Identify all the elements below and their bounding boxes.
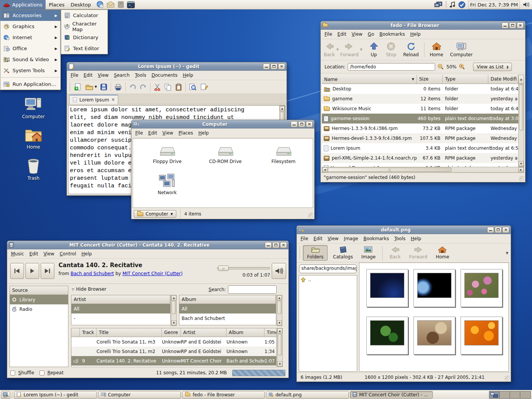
tab-lorem-ipsum[interactable]: Lorem Ipsum ✕ bbox=[69, 95, 118, 104]
close-button[interactable]: × bbox=[306, 121, 313, 127]
menu-item-accessories[interactable]: Accessories▶ bbox=[0, 10, 60, 21]
menu-item-system-tools[interactable]: System Tools▶ bbox=[0, 65, 60, 76]
desktop-icon-home[interactable]: Home bbox=[17, 127, 49, 150]
back-dropdown-arrow[interactable]: ▼ bbox=[336, 48, 339, 51]
home-button[interactable]: Home bbox=[430, 42, 443, 57]
task-computer[interactable]: Computer bbox=[98, 391, 181, 399]
location-input[interactable]: /home/fedo bbox=[348, 63, 435, 71]
menu-tools[interactable]: Tools bbox=[391, 234, 408, 243]
menu-item-sound-video[interactable]: Sound & Video▶ bbox=[0, 54, 60, 65]
thumbnail-fedora-wallpaper[interactable] bbox=[366, 269, 408, 307]
scroll-down-arrow[interactable]: ▼ bbox=[277, 361, 282, 367]
icon-network[interactable]: Network bbox=[148, 174, 186, 195]
terminal-launcher[interactable]: >_ bbox=[127, 1, 135, 8]
folder-tree[interactable]: .. bbox=[299, 275, 357, 372]
task-gedit[interactable]: Lorem Ipsum (~) - gedit bbox=[14, 391, 97, 399]
up-directory-item[interactable]: .. bbox=[301, 277, 355, 282]
menu-image[interactable]: Image bbox=[341, 234, 361, 243]
menu-documents[interactable]: Documents bbox=[149, 71, 180, 79]
album-header[interactable]: Album bbox=[179, 295, 276, 304]
menu-help[interactable]: Help bbox=[79, 250, 94, 258]
copy-button[interactable] bbox=[164, 83, 172, 91]
close-button[interactable]: × bbox=[278, 63, 285, 70]
toolbar-handle[interactable] bbox=[69, 82, 71, 92]
column-track[interactable]: Track bbox=[80, 328, 97, 337]
table-row[interactable]: garnome 12 items folder yesterday a bbox=[322, 94, 518, 104]
icon-filesystem[interactable]: Filesystem bbox=[264, 146, 302, 164]
resize-grip[interactable] bbox=[308, 213, 314, 218]
column-header-date[interactable]: Date Modifi bbox=[488, 75, 518, 84]
task-file-browser[interactable]: fedo - File Browser bbox=[182, 391, 265, 399]
table-row[interactable]: Hermes-devel-1.3.3-9.fc4.i386.rpm 107.5 … bbox=[322, 133, 518, 143]
track-row[interactable]: Corelli Trio Sonata 11, m2 Unknown RP an… bbox=[71, 347, 276, 356]
workspace-2[interactable] bbox=[500, 391, 510, 398]
gedit-titlebar[interactable]: Lorem Ipsum (~) - gedit × bbox=[67, 62, 287, 71]
menu-tools[interactable]: Tools bbox=[132, 71, 149, 79]
source-radio[interactable]: Radio bbox=[10, 304, 68, 314]
thumbnail-green-leaves[interactable] bbox=[366, 317, 408, 355]
column-artist[interactable]: Artist bbox=[181, 328, 226, 337]
menu-item-character-map[interactable]: Character Map bbox=[61, 21, 108, 32]
view-mode-dropdown[interactable]: View as List ▲▼ bbox=[473, 63, 511, 71]
menu-edit[interactable]: Edit bbox=[146, 129, 160, 137]
close-button[interactable]: × bbox=[280, 242, 287, 248]
menu-item-graphics[interactable]: Graphics▶ bbox=[0, 21, 60, 32]
redo-button[interactable] bbox=[139, 83, 147, 91]
column-header-type[interactable]: Type bbox=[443, 75, 488, 84]
minimize-button[interactable] bbox=[502, 22, 508, 28]
scroll-up-arrow[interactable]: ▲ bbox=[280, 106, 285, 111]
workspace-3[interactable] bbox=[510, 391, 520, 398]
file-cabinet-launcher[interactable] bbox=[117, 1, 125, 8]
scroll-right-arrow[interactable]: ▶ bbox=[518, 167, 524, 172]
track-row[interactable]: Corelli Trio Sonata 11, m3 Unknown RP an… bbox=[71, 337, 276, 347]
menu-view[interactable]: View bbox=[349, 30, 365, 38]
cut-button[interactable] bbox=[154, 83, 161, 91]
menu-item-office[interactable]: Office▶ bbox=[0, 43, 60, 54]
menu-view[interactable]: View bbox=[41, 250, 57, 258]
clock[interactable]: Fri Dec 23, 7:39 PM bbox=[468, 1, 520, 9]
table-row[interactable]: Wikisource Music 11 items folder today a… bbox=[322, 104, 518, 114]
menu-help[interactable]: Help bbox=[408, 234, 424, 243]
close-button[interactable]: × bbox=[502, 227, 509, 233]
image-button[interactable]: Image bbox=[358, 245, 379, 260]
zoom-in-icon[interactable] bbox=[459, 63, 466, 70]
table-row[interactable]: Desktop 0 items folder today at 6:4 bbox=[322, 84, 518, 94]
menu-edit[interactable]: Edit bbox=[81, 71, 95, 79]
stop-button[interactable]: Stop bbox=[386, 42, 396, 57]
show-desktop-button[interactable] bbox=[1, 391, 10, 399]
folders-button[interactable]: Folders bbox=[303, 245, 328, 261]
artist-row[interactable]: - bbox=[71, 314, 170, 323]
rhythmbox-titlebar[interactable]: MIT Concert Choir (Cutter) - Cantata 140… bbox=[7, 241, 288, 249]
updates-tray-icon[interactable] bbox=[458, 1, 466, 8]
gthumb-titlebar[interactable]: default.png × bbox=[297, 226, 511, 234]
menu-item-run-application[interactable]: Run Application... bbox=[0, 79, 60, 90]
menu-view[interactable]: View bbox=[160, 129, 176, 137]
applications-menu-button[interactable]: Applications bbox=[0, 0, 46, 10]
scroll-down-arrow[interactable]: ▼ bbox=[171, 320, 176, 326]
thumbnail-orange-flowers[interactable] bbox=[461, 317, 502, 355]
table-row[interactable]: Unsaved Document 1 1.1 KB plain text d y… bbox=[322, 163, 518, 167]
album-row[interactable]: Bach and Schubert bbox=[179, 314, 276, 323]
artist-row-all[interactable]: All bbox=[71, 304, 170, 314]
tab-close-icon[interactable]: ✕ bbox=[111, 97, 115, 102]
menu-view[interactable]: View bbox=[95, 71, 111, 79]
menu-help[interactable]: Help bbox=[196, 129, 211, 137]
workspace-4[interactable] bbox=[520, 391, 530, 398]
table-row-selected[interactable]: garnome-session 460 bytes plain text doc… bbox=[322, 114, 518, 124]
minimize-button[interactable] bbox=[291, 121, 298, 127]
menu-file[interactable]: File bbox=[133, 129, 146, 137]
zoom-out-icon[interactable] bbox=[437, 63, 444, 70]
menu-view[interactable]: View bbox=[325, 234, 341, 243]
column-album[interactable]: Album bbox=[226, 328, 264, 337]
menu-item-calculator[interactable]: Calculator bbox=[61, 10, 108, 21]
forward-dropdown-arrow[interactable]: ▼ bbox=[360, 48, 363, 51]
computer-titlebar[interactable]: Computer × bbox=[131, 120, 314, 128]
catalogs-button[interactable]: Catalogs bbox=[330, 245, 356, 260]
scroll-left-arrow[interactable]: ◀ bbox=[322, 167, 328, 172]
album-link[interactable]: Bach and Schubert bbox=[71, 271, 114, 276]
maximize-button[interactable] bbox=[495, 227, 502, 233]
music-note-tray-icon[interactable] bbox=[450, 2, 456, 8]
maximize-button[interactable] bbox=[272, 242, 279, 248]
artist-scrollbar[interactable]: ▲ ▼ bbox=[171, 295, 177, 326]
minimize-button[interactable] bbox=[487, 227, 494, 233]
